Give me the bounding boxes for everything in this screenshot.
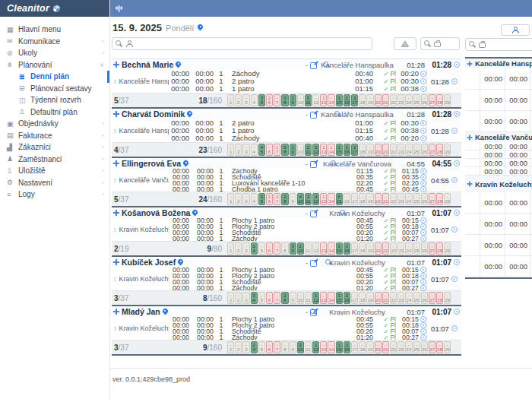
- drag-handle-icon[interactable]: [113, 275, 117, 283]
- calendar-day[interactable]: - 1: [227, 193, 234, 205]
- drag-handle-icon[interactable]: [113, 226, 117, 233]
- location-task-row[interactable]: 00:00 00:00 1: [465, 192, 532, 214]
- calendar-day[interactable]: - 11: [305, 292, 312, 304]
- calendar-day[interactable]: - 21: [382, 292, 389, 304]
- location-pin-icon[interactable]: [198, 24, 204, 31]
- calendar-day[interactable]: - 1: [227, 341, 234, 353]
- target-icon[interactable]: [420, 120, 426, 126]
- target-icon[interactable]: [451, 325, 458, 331]
- calendar-day[interactable]: - 28: [436, 341, 443, 353]
- sidebar-item-objedn-vky[interactable]: ▣ Objednávky ‹: [0, 118, 109, 130]
- calendar-day[interactable]: - 24: [405, 193, 412, 205]
- card-search-icon[interactable]: [331, 160, 337, 167]
- calendar-day[interactable]: - 24: [405, 341, 412, 353]
- target-icon[interactable]: [420, 223, 426, 230]
- edit-icon[interactable]: [310, 259, 317, 266]
- calendar-day[interactable]: 2 8: [281, 292, 288, 304]
- calendar-day[interactable]: - 22: [390, 193, 397, 205]
- target-icon[interactable]: [451, 226, 458, 233]
- calendar-day[interactable]: - 11: [305, 341, 312, 353]
- calendar-day[interactable]: - 20: [375, 292, 382, 304]
- location-pin-icon[interactable]: [176, 62, 182, 68]
- calendar-day[interactable]: 1 15: [336, 341, 343, 353]
- calendar-day[interactable]: - 2: [235, 242, 242, 255]
- calendar-day[interactable]: 1 16: [344, 94, 350, 106]
- sidebar-item-lo-i-t[interactable]: ⇩ Úložiště ‹: [0, 165, 109, 177]
- calendar-day[interactable]: - 14: [328, 242, 334, 255]
- task-row[interactable]: 00:00 00:00 1 1 patro 01:15 Pl 00:38: [169, 85, 426, 93]
- calendar-day[interactable]: - 5: [258, 341, 265, 353]
- target-icon[interactable]: [454, 210, 460, 216]
- employee-name[interactable]: Charvát Dominik: [122, 109, 185, 119]
- target-icon[interactable]: [420, 230, 426, 236]
- target-icon[interactable]: [420, 334, 426, 340]
- calendar-day[interactable]: 1 14: [328, 144, 334, 156]
- calendar-day[interactable]: - 4: [251, 144, 258, 156]
- calendar-day[interactable]: - 14: [328, 292, 334, 304]
- calendar-day[interactable]: - 19: [366, 341, 373, 353]
- calendar-day[interactable]: - 19: [366, 292, 373, 304]
- calendar-day[interactable]: 1 12: [312, 292, 319, 304]
- calendar-day[interactable]: 1 13: [320, 193, 327, 205]
- calendar-day[interactable]: - 19: [366, 242, 373, 255]
- calendar-day[interactable]: - 21: [382, 341, 389, 353]
- calendar-day[interactable]: 2 11: [305, 193, 312, 205]
- calendar-day[interactable]: - 6: [266, 341, 273, 353]
- calendar-day[interactable]: - 25: [413, 94, 420, 106]
- edit-icon[interactable]: [310, 111, 317, 118]
- sidebar-item-pl-nov-n[interactable]: ⋔ Plánování ∨: [0, 59, 109, 71]
- employee-name[interactable]: Kubíček Josef: [122, 258, 176, 267]
- calendar-day[interactable]: - 3: [242, 193, 249, 205]
- target-icon[interactable]: [454, 111, 460, 117]
- calendar-day[interactable]: - 29: [444, 341, 451, 353]
- location-task-row[interactable]: 00:00 00:00 1: [465, 235, 532, 256]
- calendar-day[interactable]: - 6: [266, 292, 273, 304]
- location-task-row[interactable]: 00:00 00:00 1: [465, 142, 532, 150]
- drag-handle-icon[interactable]: [113, 176, 117, 184]
- calendar-day[interactable]: - 19: [366, 193, 373, 205]
- calendar-day[interactable]: - 9: [290, 193, 296, 205]
- employee-name[interactable]: Košanová Božena: [122, 208, 190, 217]
- calendar-day[interactable]: 1 15: [336, 144, 343, 156]
- calendar-day[interactable]: - 23: [397, 242, 404, 255]
- target-icon[interactable]: [454, 62, 460, 68]
- calendar-day[interactable]: - 24: [405, 242, 412, 255]
- calendar-day[interactable]: - 3: [242, 292, 249, 304]
- location-task-row[interactable]: 00:00 00:00 1: [465, 256, 532, 277]
- calendar-day[interactable]: - 27: [429, 94, 435, 106]
- move-icon[interactable]: [113, 62, 119, 68]
- location-task-row[interactable]: 00:00 00:00 1: [465, 68, 532, 90]
- calendar-day[interactable]: - 7: [274, 242, 280, 255]
- calendar-day[interactable]: - 20: [375, 193, 382, 205]
- calendar-day[interactable]: 2 4: [251, 242, 258, 255]
- sidebar-item-t-denn-rozvrh[interactable]: ◫ Týdenní rozvrh: [0, 94, 109, 106]
- calendar-day[interactable]: 1 13: [320, 94, 327, 106]
- move-icon[interactable]: [113, 210, 119, 216]
- calendar-day[interactable]: - 5: [258, 242, 265, 255]
- calendar-day[interactable]: - 9: [290, 341, 296, 353]
- drag-handle-icon[interactable]: [113, 78, 117, 85]
- card-search-icon[interactable]: [334, 111, 341, 118]
- calendar-day[interactable]: 1 13: [320, 144, 327, 156]
- location-task-row[interactable]: 00:00 00:00 1: [465, 90, 532, 111]
- calendar-day[interactable]: - 27: [429, 144, 435, 156]
- target-icon[interactable]: [420, 279, 426, 285]
- calendar-day[interactable]: - 19: [366, 94, 373, 106]
- calendar-day[interactable]: - 26: [421, 94, 428, 106]
- splitter-icon[interactable]: +|+: [115, 5, 122, 12]
- warning-button[interactable]: [394, 37, 416, 50]
- calendar-day[interactable]: 2 6: [266, 94, 273, 106]
- sidebar-item-defaultn-pl-n[interactable]: ♙ Defaultní plán: [0, 106, 109, 119]
- calendar-day[interactable]: - 17: [351, 193, 358, 205]
- calendar-day[interactable]: 5 8: [281, 144, 288, 156]
- move-icon[interactable]: [113, 259, 119, 265]
- calendar-day[interactable]: - 25: [413, 193, 420, 205]
- location-pin-icon[interactable]: [183, 160, 189, 167]
- calendar-day[interactable]: - 13: [320, 292, 327, 304]
- calendar-day[interactable]: - 29: [444, 94, 451, 106]
- collapse-dash[interactable]: -: [306, 209, 308, 217]
- target-icon[interactable]: [420, 128, 426, 134]
- calendar-day[interactable]: 1 12: [312, 341, 319, 353]
- calendar-day[interactable]: 2 4: [251, 341, 258, 353]
- calendar-day[interactable]: - 26: [421, 292, 428, 304]
